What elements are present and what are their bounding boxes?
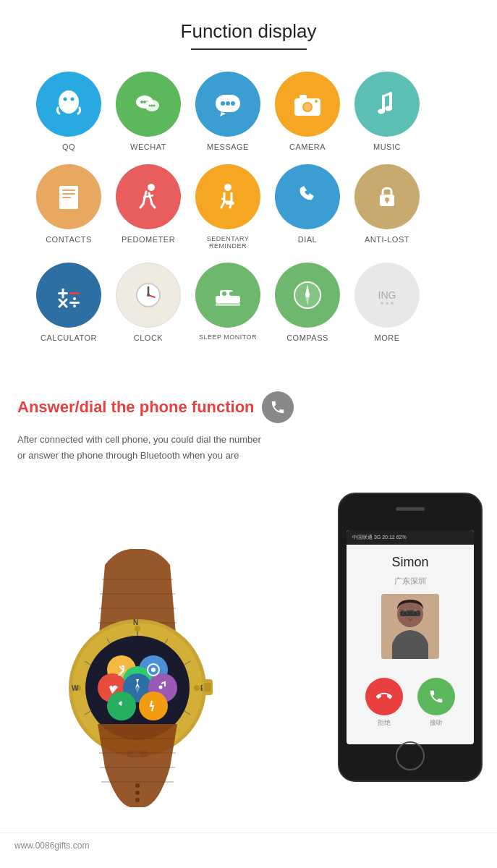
svg-rect-40	[69, 302, 80, 304]
qq-icon	[51, 86, 87, 122]
svg-point-46	[147, 294, 150, 297]
product-image-area: N E S W	[0, 478, 497, 825]
clock-icon-circle	[116, 263, 181, 328]
phone-body: 中国联通 3G 20:12 62% Simon 广东深圳	[338, 493, 483, 782]
svg-point-18	[304, 103, 311, 111]
svg-rect-37	[69, 292, 80, 294]
answer-title-text: Answer/dial the phone function	[17, 398, 255, 417]
antilost-icon	[369, 179, 405, 215]
music-label: MUSIC	[373, 142, 401, 151]
svg-point-59	[391, 302, 394, 305]
title-underline	[191, 48, 307, 50]
icon-item-sleep: SLEEP MONITOR	[188, 263, 268, 342]
wechat-icon-circle	[116, 72, 181, 137]
function-display-section: Function display QQ	[0, 0, 497, 370]
antilost-label: ANTI-LOST	[365, 235, 409, 244]
icon-item-clock: CLOCK	[109, 263, 188, 342]
svg-rect-36	[62, 289, 64, 299]
pedometer-icon	[130, 179, 166, 215]
accept-icon	[428, 689, 444, 705]
icon-item-music: MUSIC	[347, 72, 427, 151]
icon-item-message: MESSAGE	[188, 72, 268, 151]
section-title: Function display	[14, 20, 483, 43]
svg-rect-34	[386, 200, 388, 203]
sedentary-icon	[210, 179, 246, 215]
footer: www.0086gifts.com	[0, 833, 497, 858]
pedometer-icon-circle	[116, 164, 181, 229]
icon-item-camera: CAMERA	[268, 72, 347, 151]
svg-point-22	[385, 106, 392, 111]
svg-point-11	[153, 105, 156, 107]
icons-grid: QQ WECHAT	[14, 72, 483, 355]
svg-point-42	[73, 305, 76, 307]
answer-title: Answer/dial the phone function	[17, 391, 480, 423]
svg-point-9	[149, 105, 151, 107]
contacts-label: CONTACTS	[46, 235, 92, 244]
qq-icon-circle	[36, 72, 101, 137]
svg-text:ING: ING	[378, 289, 396, 301]
svg-point-15	[231, 101, 235, 106]
music-icon-circle	[354, 72, 420, 137]
icon-item-qq: QQ	[29, 72, 109, 151]
svg-rect-19	[300, 95, 307, 99]
svg-text:N: N	[133, 618, 138, 626]
svg-point-2	[64, 98, 67, 101]
svg-rect-115	[400, 610, 420, 616]
camera-icon-circle	[275, 72, 340, 137]
svg-point-21	[378, 109, 385, 114]
message-label: MESSAGE	[207, 142, 249, 151]
svg-point-108	[135, 798, 140, 802]
svg-rect-28	[56, 197, 59, 202]
svg-point-29	[148, 184, 155, 191]
dial-icon	[289, 179, 326, 215]
phone-avatar	[381, 594, 439, 659]
svg-rect-25	[62, 193, 75, 195]
message-icon	[210, 86, 246, 122]
svg-rect-26	[62, 197, 71, 198]
svg-point-55	[305, 293, 310, 297]
avatar-svg	[381, 594, 439, 659]
compass-label: COMPASS	[286, 333, 328, 342]
svg-text:W: W	[72, 684, 79, 692]
music-icon	[369, 86, 405, 122]
icon-item-calculator: CALCULATOR	[29, 263, 109, 342]
svg-point-50	[222, 292, 226, 296]
phone-caller-location: 广东深圳	[347, 576, 474, 587]
decline-button[interactable]	[365, 678, 403, 715]
phone-screen: 中国联通 3G 20:12 62% Simon 广东深圳	[347, 530, 474, 744]
svg-point-58	[386, 302, 388, 305]
answer-section: Answer/dial the phone function After con…	[0, 370, 497, 478]
svg-point-57	[381, 302, 383, 305]
svg-point-10	[151, 105, 153, 107]
phone-caller-name: Simon	[347, 545, 474, 576]
icon-item-more: ING MORE	[347, 263, 427, 342]
answer-description: After connected with cell phone, you cou…	[17, 432, 263, 464]
icon-item-contacts: CONTACTS	[29, 164, 109, 250]
sleep-label: SLEEP MONITOR	[199, 333, 257, 341]
more-label: MORE	[375, 333, 400, 342]
sedentary-icon-circle	[195, 164, 260, 229]
footer-url: www.0086gifts.com	[14, 841, 89, 851]
svg-point-13	[221, 101, 225, 106]
sleep-icon	[210, 277, 246, 313]
phone-home-button[interactable]	[396, 741, 425, 770]
phone-icon-svg	[270, 399, 286, 415]
camera-label: CAMERA	[289, 142, 326, 151]
calculator-icon-circle	[36, 263, 101, 328]
phone-status-bar: 中国联通 3G 20:12 62%	[347, 530, 474, 545]
pedometer-label: PEDOMETER	[122, 235, 175, 244]
icon-item-antilost: ANTI-LOST	[347, 164, 427, 250]
svg-point-41	[73, 297, 76, 300]
icon-item-wechat: WECHAT	[109, 72, 188, 151]
accept-button[interactable]	[417, 678, 455, 715]
compass-icon	[289, 277, 326, 313]
dial-label: DIAL	[298, 235, 317, 244]
svg-rect-27	[56, 190, 59, 195]
svg-point-97	[159, 686, 163, 689]
svg-point-94	[151, 668, 156, 672]
wechat-label: WECHAT	[130, 142, 166, 151]
svg-rect-99	[204, 683, 211, 692]
phone-call-buttons: 拒绝 接听	[347, 671, 474, 735]
contacts-icon-circle	[36, 164, 101, 229]
phone-speaker	[396, 507, 425, 511]
